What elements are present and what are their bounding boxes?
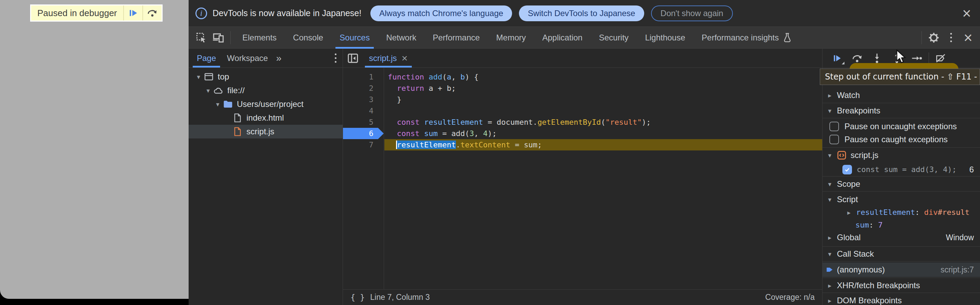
- code-lines: function add(a, b) { return a + b; } con…: [384, 71, 822, 150]
- call-stack-frame[interactable]: (anonymous) script.js:7: [822, 262, 980, 277]
- tree-item-top[interactable]: ▾top: [189, 70, 343, 84]
- resume-script-button[interactable]: [123, 5, 142, 21]
- panel-toggle-icon: [347, 53, 358, 63]
- code-line-5: const resultElement = document.getElemen…: [384, 117, 822, 128]
- experiment-flask-icon: [783, 33, 792, 43]
- tab-performance-insights[interactable]: Performance insights: [694, 27, 800, 49]
- code-line-7: resultElement.textContent = sum;: [384, 139, 822, 150]
- more-options-button[interactable]: [942, 29, 959, 46]
- code-token: return: [397, 84, 424, 93]
- pause-uncaught-checkbox[interactable]: [829, 122, 839, 131]
- active-frame-arrow-icon: [822, 266, 837, 274]
- call-stack-section-header[interactable]: ▾ Call Stack: [822, 246, 980, 262]
- scope-result-element-row[interactable]: ▸ resultElement: div#result: [822, 206, 980, 219]
- toggle-navigator-button[interactable]: [343, 49, 363, 67]
- coverage-label: Coverage: n/a: [765, 293, 815, 302]
- pause-uncaught-label: Pause on uncaught exceptions: [845, 122, 957, 131]
- line-number[interactable]: 3: [343, 94, 384, 105]
- variable-value: 7: [878, 221, 883, 229]
- dont-show-again-button[interactable]: Don't show again: [651, 5, 733, 21]
- line-number[interactable]: 1: [343, 71, 384, 83]
- sources-panel: Page Workspace » ▾top▾file://▾Users/user…: [189, 49, 980, 305]
- debugger-sidebar: ▸ Watch ▾ Breakpoints Pause on uncaught …: [822, 49, 980, 305]
- breakpoint-entry[interactable]: const sum = add(3, 4); 6: [822, 163, 980, 177]
- chevron-down-icon[interactable]: ▾: [204, 87, 213, 94]
- tree-item-index-html[interactable]: index.html: [189, 111, 343, 125]
- inspect-element-button[interactable]: [193, 29, 210, 46]
- scope-section-header[interactable]: ▾ Scope: [822, 177, 980, 192]
- close-tab-icon[interactable]: ×: [401, 53, 408, 64]
- code-token: [424, 73, 428, 81]
- close-devtools-button[interactable]: ×: [959, 29, 977, 46]
- line-number[interactable]: 5: [343, 117, 384, 128]
- line-number-gutter[interactable]: 1234567: [343, 68, 384, 289]
- tab-sources[interactable]: Sources: [331, 27, 378, 49]
- code-line-3: }: [384, 94, 822, 105]
- code-token: 3: [469, 129, 474, 138]
- scope-global-value: Window: [946, 233, 980, 242]
- toggle-device-toolbar-button[interactable]: [210, 29, 227, 46]
- tab-performance[interactable]: Performance: [425, 27, 488, 49]
- editor-tabbar: script.js ×: [343, 49, 822, 68]
- scope-sum-row[interactable]: sum: 7: [822, 219, 980, 231]
- chevron-right-icon: ▸: [842, 209, 856, 216]
- switch-devtools-japanese-button[interactable]: Switch DevTools to Japanese: [519, 5, 644, 21]
- tree-item-file-[interactable]: ▾file://: [189, 84, 343, 97]
- line-number[interactable]: 7: [343, 139, 384, 150]
- code-token: [388, 118, 397, 126]
- tab-memory[interactable]: Memory: [488, 27, 535, 49]
- devtools-window: i DevTools is now available in Japanese!…: [189, 0, 980, 305]
- editor-tab-script-js[interactable]: script.js ×: [363, 49, 414, 67]
- watch-section-header[interactable]: ▸ Watch: [822, 88, 980, 103]
- selected-token: resultElement: [397, 141, 456, 149]
- tree-item-script-js[interactable]: script.js: [189, 125, 343, 139]
- line-number[interactable]: 4: [343, 105, 384, 117]
- pause-caught-checkbox[interactable]: [829, 135, 839, 144]
- tab-console[interactable]: Console: [285, 27, 331, 49]
- chevron-down-icon[interactable]: ▾: [213, 101, 222, 108]
- chevron-down-icon[interactable]: ▾: [194, 73, 203, 81]
- scope-global-row[interactable]: ▸ Global Window: [822, 231, 980, 244]
- filejs-icon: [232, 127, 243, 136]
- language-infobar: i DevTools is now available in Japanese!…: [189, 0, 980, 27]
- tab-page[interactable]: Page: [191, 49, 221, 67]
- scope-script-row[interactable]: ▾ Script: [822, 193, 980, 206]
- resume-button[interactable]: [827, 50, 847, 67]
- code-token: [420, 118, 424, 126]
- breakpoint-code-label: const sum = add(3, 4);: [857, 165, 956, 174]
- tab-label: Security: [599, 33, 629, 43]
- separator: :: [915, 208, 924, 217]
- breakpoint-checkbox[interactable]: [842, 165, 852, 174]
- tree-item-label: file://: [227, 86, 245, 95]
- tab-security[interactable]: Security: [591, 27, 637, 49]
- dom-breakpoints-section-header[interactable]: ▸ DOM Breakpoints: [822, 293, 980, 305]
- step-over-banner-button[interactable]: [142, 5, 162, 21]
- more-tabs-icon[interactable]: »: [274, 49, 285, 67]
- match-chrome-language-button[interactable]: Always match Chrome's language: [371, 5, 512, 21]
- breakpoint-line-number: 6: [969, 165, 980, 174]
- frame-icon: [203, 72, 215, 81]
- tab-application[interactable]: Application: [534, 27, 590, 49]
- line-number[interactable]: 2: [343, 83, 384, 94]
- settings-button[interactable]: [925, 29, 942, 46]
- code-editor[interactable]: 1234567 function add(a, b) { return a + …: [343, 68, 822, 289]
- breakpoint-file-group[interactable]: ▾ script.js: [822, 148, 980, 163]
- debugger-toolbar-separator: [929, 53, 929, 64]
- breakpoints-section-header[interactable]: ▾ Breakpoints: [822, 103, 980, 118]
- xhr-breakpoints-section-header[interactable]: ▸ XHR/fetch Breakpoints: [822, 278, 980, 293]
- scope-global-label: Global: [837, 233, 861, 242]
- code-token: add: [428, 73, 442, 81]
- tab-network[interactable]: Network: [378, 27, 425, 49]
- breakpoint-line-number[interactable]: 6: [343, 128, 384, 139]
- navigator-more-options-button[interactable]: [335, 49, 343, 67]
- tree-item-users-user-project[interactable]: ▾Users/user/project: [189, 97, 343, 111]
- breakpoints-label: Breakpoints: [837, 106, 880, 115]
- file-navigator: Page Workspace » ▾top▾file://▾Users/user…: [189, 49, 343, 305]
- tab-elements[interactable]: Elements: [234, 27, 285, 49]
- tab-workspace[interactable]: Workspace: [221, 49, 274, 67]
- infobar-close-icon[interactable]: ×: [962, 6, 971, 21]
- pause-uncaught-row: Pause on uncaught exceptions: [822, 120, 980, 133]
- tab-lighthouse[interactable]: Lighthouse: [637, 27, 693, 49]
- code-token: (: [601, 118, 606, 126]
- pretty-print-icon[interactable]: { }: [350, 293, 365, 302]
